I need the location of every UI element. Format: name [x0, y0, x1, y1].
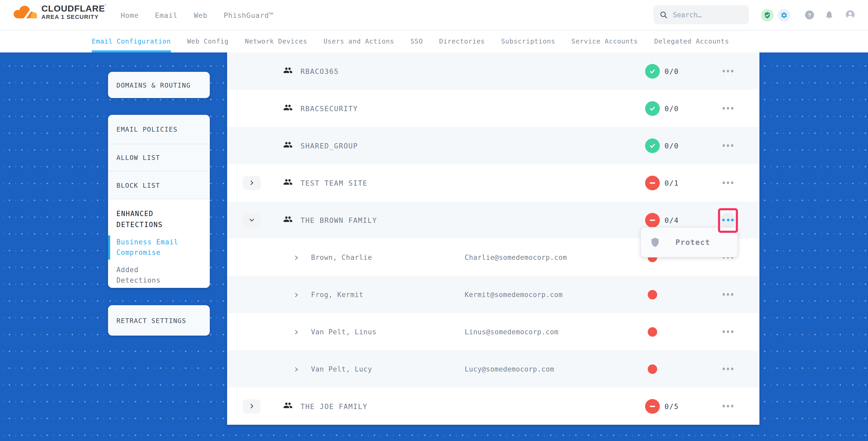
expand-row-button[interactable]: [243, 213, 261, 227]
unprotected-dot: [648, 327, 657, 336]
help-glyph: ?: [808, 12, 811, 18]
tab-directories[interactable]: Directories: [439, 30, 485, 53]
expand-row-button[interactable]: [243, 176, 261, 190]
sidebar-item-enhanced-detections[interactable]: ENHANCED DETECTIONS Business Email Compr…: [108, 199, 210, 288]
user-email: Charlie@somedemocorp.com: [465, 253, 567, 261]
sidebar-item-allow-list[interactable]: ALLOW LIST: [108, 144, 210, 171]
tab-subscriptions[interactable]: Subscriptions: [501, 30, 555, 53]
check-icon: [649, 67, 656, 75]
sidebar-policies-card: EMAIL POLICIESALLOW LISTBLOCK LIST ENHAN…: [108, 115, 210, 288]
context-menu-item-protect[interactable]: Protect: [641, 228, 737, 257]
notifications-bell-icon[interactable]: [824, 9, 835, 21]
group-name: THE BROWN FAMILY: [301, 216, 377, 224]
member-count: 0/0: [664, 67, 679, 75]
status-badge: [645, 64, 660, 78]
member-count: 0/0: [664, 104, 679, 113]
config-tabs-bar: Email ConfigurationWeb ConfigNetwork Dev…: [0, 30, 868, 53]
brand-trademark: ’: [105, 4, 106, 8]
tab-service-accounts[interactable]: Service Accounts: [571, 30, 638, 53]
app-root: CLOUDFLARE’ AREA 1 SECURITY HomeEmailWeb…: [0, 0, 868, 441]
sidebar-item-block-list[interactable]: BLOCK LIST: [108, 171, 210, 199]
tab-delegated-accounts[interactable]: Delegated Accounts: [654, 30, 729, 53]
minus-icon: [648, 402, 657, 410]
row-menu-button[interactable]: [721, 64, 735, 78]
user-chevron-icon: [294, 289, 299, 300]
group-icon: [283, 400, 293, 412]
top-nav-item[interactable]: Email: [155, 11, 178, 19]
member-count: 0/0: [664, 141, 679, 150]
table-row[interactable]: Van Pelt, Lucy Lucy@somedemocorp.com: [227, 350, 760, 387]
table-row[interactable]: Frog, Kermit Kermit@somedemocorp.com: [227, 276, 760, 313]
check-icon: [649, 105, 656, 112]
status-badge: [645, 101, 660, 116]
top-nav-item[interactable]: PhishGuard™: [224, 11, 274, 19]
unprotected-dot: [648, 290, 657, 299]
group-name: TEST TEAM SITE: [301, 179, 368, 187]
minus-icon: [648, 216, 657, 224]
top-nav-item[interactable]: Home: [121, 11, 139, 19]
row-menu-button[interactable]: [721, 324, 735, 339]
table-row[interactable]: THE JOE FAMILY 0/5: [227, 387, 760, 425]
status-badge: [645, 213, 660, 227]
user-avatar-icon[interactable]: [844, 9, 856, 21]
sidebar-label: RETRACT SETTINGS: [108, 316, 186, 324]
group-icon: [283, 102, 293, 114]
unprotected-dot: [648, 364, 657, 374]
top-nav-item[interactable]: Web: [194, 11, 208, 19]
table-row[interactable]: SHARED_GROUP 0/0: [227, 127, 760, 164]
table-row[interactable]: Van Pelt, Linus Linus@somedemocorp.com: [227, 313, 760, 350]
group-name: THE JOE FAMILY: [301, 402, 368, 410]
group-icon: [283, 177, 293, 189]
group-icon: [283, 214, 293, 226]
sidebar-label: DOMAINS & ROUTING: [108, 81, 191, 89]
sidebar-subitem-business-email-compromise[interactable]: Business Email Compromise: [117, 237, 185, 258]
group-icon: [283, 140, 293, 151]
help-icon[interactable]: ?: [805, 10, 814, 20]
logo-text: CLOUDFLARE’ AREA 1 SECURITY: [41, 4, 106, 20]
group-name: RBACO365: [301, 67, 339, 75]
user-chevron-icon: [294, 327, 299, 337]
user-chevron-icon: [294, 252, 299, 262]
user-email: Lucy@somedemocorp.com: [465, 365, 554, 373]
status-badge: [645, 138, 660, 153]
group-name: RBACSECURITY: [301, 104, 358, 113]
row-menu-button[interactable]: [721, 287, 735, 302]
sidebar-policy-list: EMAIL POLICIESALLOW LISTBLOCK LIST: [108, 115, 210, 199]
search-bar[interactable]: [653, 5, 749, 24]
status-badge: [645, 176, 660, 190]
top-nav: HomeEmailWebPhishGuard™: [121, 0, 274, 30]
sidebar-item-domains-routing[interactable]: DOMAINS & ROUTING: [108, 72, 210, 98]
check-icon: [649, 142, 656, 149]
sidebar-item-email-policies[interactable]: EMAIL POLICIES: [108, 115, 210, 144]
cloudflare-cloud-icon: [11, 4, 38, 21]
row-menu-button[interactable]: [721, 361, 735, 376]
settings-gear-icon[interactable]: [778, 9, 790, 21]
table-row[interactable]: TEST TEAM SITE 0/1: [227, 164, 760, 201]
row-menu-button[interactable]: [721, 101, 735, 116]
tab-users-and-actions[interactable]: Users and Actions: [323, 30, 394, 53]
row-menu-button[interactable]: [721, 213, 735, 227]
sidebar-item-retract-settings[interactable]: RETRACT SETTINGS: [108, 305, 210, 336]
shield-icon: [650, 237, 660, 248]
row-menu-button[interactable]: [721, 176, 735, 190]
row-menu-button[interactable]: [721, 399, 735, 413]
group-icon: [283, 65, 293, 77]
tab-web-config[interactable]: Web Config: [187, 30, 229, 53]
user-name: Brown, Charlie: [311, 253, 372, 261]
tab-email-configuration[interactable]: Email Configuration: [92, 30, 171, 53]
tab-sso[interactable]: SSO: [410, 30, 423, 53]
tab-network-devices[interactable]: Network Devices: [245, 30, 307, 53]
directory-table: RBACO365 0/0 R: [227, 53, 760, 425]
brand-name: CLOUDFLARE: [41, 4, 105, 13]
sidebar-subitem-added-detections[interactable]: Added Detections: [117, 265, 185, 286]
shield-check-icon[interactable]: [761, 9, 774, 21]
user-name: Frog, Kermit: [311, 290, 364, 298]
table-row[interactable]: RBACO365 0/0: [227, 53, 760, 90]
user-chevron-icon: [294, 364, 299, 374]
status-badge: [645, 399, 660, 413]
member-count: 0/5: [664, 402, 679, 410]
expand-row-button[interactable]: [243, 399, 261, 413]
table-row[interactable]: RBACSECURITY 0/0: [227, 90, 760, 127]
row-menu-button[interactable]: [721, 138, 735, 153]
search-input[interactable]: [672, 10, 742, 19]
